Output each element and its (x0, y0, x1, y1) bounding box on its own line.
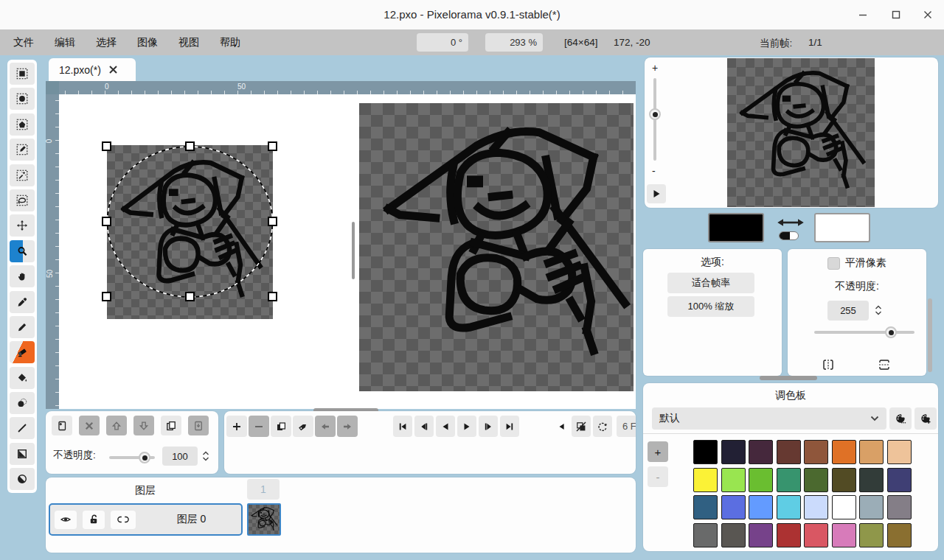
menu-item-0[interactable]: 文件 (3, 29, 44, 55)
palette-swatch-9[interactable] (721, 468, 746, 492)
selection-handle-top-right[interactable] (268, 141, 277, 151)
preview-play-button[interactable] (647, 184, 666, 203)
tool-move-button[interactable] (10, 214, 35, 237)
last-frame-button[interactable] (500, 416, 519, 437)
options-v-scrollbar[interactable] (928, 298, 932, 372)
options-palette-splitter[interactable] (760, 376, 817, 380)
palette-swatch-16[interactable] (693, 495, 718, 519)
layer-visibility-button[interactable] (55, 511, 77, 529)
selection-handle-top-left[interactable] (102, 141, 111, 151)
clone-frame-button[interactable] (271, 416, 291, 437)
zoom-field[interactable]: 293 % (485, 33, 543, 52)
previous-frame-button[interactable] (414, 416, 434, 437)
layer-opacity-spinner[interactable] (202, 449, 209, 463)
palette-swatch-4[interactable] (804, 440, 828, 464)
menu-item-2[interactable]: 选择 (86, 29, 127, 55)
fps-field[interactable]: 6 F (617, 416, 636, 437)
tool-pan-button[interactable] (10, 265, 35, 287)
tool-rectangle-select-button[interactable] (10, 63, 35, 85)
merge-layer-button[interactable] (188, 416, 209, 435)
remove-color-button[interactable]: - (648, 466, 668, 487)
add-layer-button[interactable] (52, 416, 72, 435)
default-colors-toggle[interactable] (779, 231, 799, 240)
palette-swatch-22[interactable] (859, 495, 884, 519)
tool-ellipse-select-button[interactable] (10, 88, 35, 110)
palette-swatch-7[interactable] (887, 440, 912, 464)
selection-handle-middle-right[interactable] (268, 217, 277, 226)
palette-select-dropdown[interactable]: 默认 (652, 407, 886, 430)
vertical-mirror-icon[interactable] (878, 358, 891, 371)
onion-skinning-button[interactable] (572, 416, 591, 437)
palette-swatch-31[interactable] (887, 523, 912, 547)
tool-bucket-button[interactable] (10, 367, 35, 389)
palette-swatch-21[interactable] (832, 495, 856, 519)
canvas-view-second[interactable] (359, 103, 634, 391)
frame-tag-button[interactable] (293, 416, 313, 437)
left-color-swatch[interactable] (708, 213, 764, 242)
palette-swatch-19[interactable] (777, 495, 801, 519)
palette-swatch-28[interactable] (804, 523, 828, 547)
timeline-collapse-button[interactable] (555, 416, 569, 437)
palette-swatch-26[interactable] (749, 523, 773, 547)
tool-lasso-button[interactable] (10, 189, 35, 211)
preview-zoom-out[interactable]: - (652, 165, 656, 177)
remove-frame-button[interactable] (249, 416, 269, 437)
palette-swatch-24[interactable] (693, 523, 718, 547)
move-frame-left-button[interactable] (315, 416, 336, 437)
palette-swatch-0[interactable] (693, 440, 718, 464)
horizontal-mirror-icon[interactable] (822, 358, 835, 371)
new-palette-button[interactable] (914, 407, 937, 430)
selection-handle-bottom-center[interactable] (185, 292, 195, 301)
tool-ellipse-button[interactable] (10, 468, 35, 490)
palette-swatch-27[interactable] (777, 523, 801, 547)
minimize-button[interactable] (852, 6, 874, 24)
fit-to-frame-button[interactable]: 适合帧率 (667, 273, 754, 293)
palette-swatch-30[interactable] (859, 523, 884, 547)
eraser-opacity-slider[interactable] (814, 331, 914, 334)
layer-link-button[interactable] (111, 511, 136, 529)
cel-thumbnail[interactable] (247, 503, 281, 536)
palette-swatch-6[interactable] (859, 440, 884, 464)
palette-swatch-5[interactable] (832, 440, 856, 464)
clone-layer-button[interactable] (161, 416, 181, 435)
edit-palette-button[interactable] (889, 407, 912, 430)
palette-swatch-15[interactable] (887, 468, 912, 492)
rotation-field[interactable]: 0 ° (417, 33, 468, 52)
selection-handle-top-center[interactable] (185, 141, 195, 151)
tool-magic-wand-button[interactable] (10, 164, 35, 186)
canvas-workspace[interactable] (59, 94, 636, 409)
layer-row-0[interactable]: 图层 0 (49, 503, 243, 536)
move-layer-down-button[interactable] (133, 416, 154, 435)
add-frame-button[interactable] (226, 416, 247, 437)
menu-item-5[interactable]: 帮助 (209, 29, 251, 55)
selection-handle-bottom-left[interactable] (102, 292, 111, 301)
first-frame-button[interactable] (393, 416, 412, 437)
tab-close-icon[interactable] (108, 65, 118, 74)
move-frame-right-button[interactable] (337, 416, 358, 437)
eraser-opacity-value[interactable]: 255 (827, 301, 869, 321)
palette-swatch-10[interactable] (749, 468, 773, 492)
palette-swatch-2[interactable] (749, 440, 773, 464)
smooth-pixels-checkbox[interactable] (827, 257, 840, 270)
play-backwards-button[interactable] (436, 416, 455, 437)
close-button[interactable] (917, 6, 939, 24)
palette-swatch-12[interactable] (804, 468, 828, 492)
play-button[interactable] (457, 416, 476, 437)
zoom-100-button[interactable]: 100% 缩放 (667, 296, 754, 317)
palette-swatch-13[interactable] (832, 468, 856, 492)
tool-zoom-button[interactable] (10, 240, 35, 262)
right-color-swatch[interactable] (814, 213, 870, 242)
palette-swatch-1[interactable] (721, 440, 746, 464)
menu-item-4[interactable]: 视图 (168, 29, 209, 55)
menu-item-3[interactable]: 图像 (127, 29, 168, 55)
maximize-button[interactable] (885, 6, 907, 24)
eraser-opacity-slider-thumb[interactable] (885, 326, 897, 338)
tab-12pxo[interactable]: 12.pxo(*) (49, 58, 136, 81)
loop-mode-button[interactable] (593, 416, 612, 437)
selection-handle-bottom-right[interactable] (268, 292, 277, 301)
tool-color-select-button[interactable] (10, 139, 35, 161)
tool-line-button[interactable] (10, 417, 35, 439)
palette-swatch-25[interactable] (721, 523, 746, 547)
palette-swatch-8[interactable] (693, 468, 718, 492)
palette-swatch-29[interactable] (832, 523, 856, 547)
